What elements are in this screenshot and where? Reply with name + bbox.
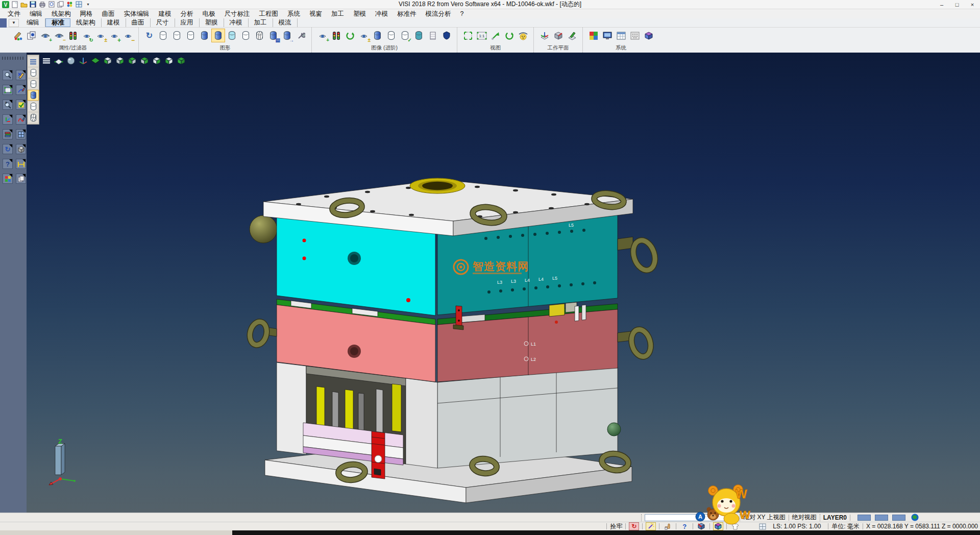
- view-shaded-icon[interactable]: [517, 29, 529, 42]
- window-grid-icon[interactable]: [16, 129, 26, 139]
- view-shaded-sphere-icon[interactable]: [65, 55, 77, 66]
- layer-hatched-icon[interactable]: [253, 29, 266, 42]
- menu-item-dimension[interactable]: 尺寸标注: [220, 9, 255, 18]
- layer-outline-icon-3[interactable]: [184, 29, 197, 42]
- view-left-icon[interactable]: [163, 55, 175, 66]
- menu-item-die[interactable]: 冲模: [371, 9, 393, 18]
- pane-grip[interactable]: [2, 57, 24, 60]
- tab-moldflow[interactable]: 模流: [273, 18, 298, 27]
- view-iso-ne-icon[interactable]: [176, 55, 187, 66]
- view-iso-sw-icon[interactable]: [139, 55, 150, 66]
- search-input[interactable]: [645, 514, 726, 521]
- tab-wireframe[interactable]: 线架构: [70, 18, 102, 27]
- menu-item-electrode[interactable]: 电极: [198, 9, 220, 18]
- graphics-viewport[interactable]: L1 L2 L5 L3 L3 L4: [27, 53, 980, 513]
- open-file-icon[interactable]: [19, 1, 28, 8]
- tab-standard[interactable]: 标准: [45, 18, 70, 27]
- menu-item-modeling[interactable]: 建模: [154, 9, 176, 18]
- units-indicator[interactable]: 单位: 毫米: [831, 522, 860, 531]
- tab-dropdown-button[interactable]: ▼: [9, 19, 19, 27]
- tab-machining[interactable]: 加工: [249, 18, 273, 27]
- view-back-icon[interactable]: [151, 55, 162, 66]
- solid-teal-icon[interactable]: [412, 29, 425, 42]
- globe-icon[interactable]: [910, 514, 920, 522]
- menu-item-system[interactable]: 系统: [283, 9, 305, 18]
- solid-validate-icon[interactable]: ✓: [399, 29, 411, 42]
- zoom-window-icon[interactable]: [461, 29, 474, 42]
- modify-attributes-icon[interactable]: [11, 29, 24, 42]
- cylinder-1-icon[interactable]: [28, 68, 38, 78]
- clip-planes-icon[interactable]: [426, 29, 439, 42]
- regenerate-icon[interactable]: ↻: [143, 29, 156, 42]
- print-icon[interactable]: [38, 1, 46, 8]
- hide-subtract-icon[interactable]: −: [53, 29, 65, 42]
- shirt-icon[interactable]: [730, 522, 740, 530]
- show-add-icon[interactable]: +: [39, 29, 52, 42]
- system-table-icon[interactable]: [615, 29, 627, 42]
- close-button[interactable]: ×: [965, 0, 980, 9]
- refresh-visibility-icon[interactable]: ↻: [80, 29, 93, 42]
- view-front-icon[interactable]: [102, 55, 113, 66]
- pointer-hand-icon[interactable]: [663, 522, 673, 530]
- hide-all-icon[interactable]: −: [121, 29, 134, 42]
- menu-item-moldflow[interactable]: 模流分析: [421, 9, 456, 18]
- grid-window-icon[interactable]: [757, 522, 768, 530]
- view-refresh-icon[interactable]: [503, 29, 516, 42]
- workplane-axes-icon[interactable]: [538, 29, 551, 42]
- magic-wand-icon[interactable]: [646, 522, 656, 530]
- tab-die[interactable]: 冲模: [224, 18, 249, 27]
- layer-cyan-icon[interactable]: [226, 29, 238, 42]
- solid-outline-icon[interactable]: [385, 29, 398, 42]
- select-frame-icon[interactable]: [3, 85, 13, 95]
- snap-lock-label[interactable]: 拴牢: [610, 522, 622, 531]
- copy-sheet-icon[interactable]: [16, 174, 26, 184]
- shield-render-icon[interactable]: [440, 29, 453, 42]
- tab-edit[interactable]: 编辑: [21, 18, 45, 27]
- tab-application[interactable]: 应用: [175, 18, 200, 27]
- system-cube-icon[interactable]: [642, 29, 655, 42]
- workplane-cube-icon[interactable]: [552, 29, 565, 42]
- system-monitor-icon[interactable]: [601, 29, 614, 42]
- confirm-check-icon[interactable]: [16, 100, 26, 110]
- tab-modeling[interactable]: 建模: [102, 18, 126, 27]
- menu-item-wireframe[interactable]: 线架构: [47, 9, 76, 18]
- menu-item-window[interactable]: 视窗: [305, 9, 327, 18]
- save-file-icon[interactable]: [29, 1, 37, 8]
- system-raster-icon[interactable]: [628, 29, 641, 42]
- menu-item-solid-edit[interactable]: 实体编辑: [119, 9, 154, 18]
- help-icon[interactable]: ?: [3, 159, 13, 169]
- menu-item-machining[interactable]: 加工: [327, 9, 349, 18]
- toggle-adv-icon[interactable]: ±: [357, 29, 370, 42]
- show-add-adv-icon[interactable]: +: [316, 29, 329, 42]
- show-hide-toggle-icon[interactable]: ±: [94, 29, 107, 42]
- spline-icon[interactable]: [16, 114, 26, 125]
- tab-molding[interactable]: 塑膜: [200, 18, 224, 27]
- tab-surface[interactable]: 曲面: [126, 18, 151, 27]
- color-settings-icon[interactable]: [587, 29, 600, 42]
- zoom-extents-icon[interactable]: ±: [3, 100, 13, 110]
- refresh-red-icon[interactable]: ↻: [629, 522, 639, 530]
- new-document-icon[interactable]: [10, 1, 19, 8]
- menu-item-file[interactable]: 文件: [3, 9, 25, 18]
- workplane-edit-icon[interactable]: [566, 29, 578, 42]
- strip-menu-icon[interactable]: [28, 57, 38, 66]
- view-right-icon[interactable]: [114, 55, 126, 66]
- layer-blue-icon[interactable]: [198, 29, 211, 42]
- zoom-search-icon[interactable]: [3, 70, 13, 80]
- export-block-icon[interactable]: [696, 522, 706, 530]
- ucs-axes-icon[interactable]: [3, 114, 13, 125]
- zoom-1-1-icon[interactable]: 1:1: [475, 29, 488, 42]
- layer-tools-icon[interactable]: [295, 29, 307, 42]
- view-mode-indicator[interactable]: 绝对 XY 上视图: [743, 513, 785, 522]
- entity-lights-adv-icon[interactable]: [330, 29, 342, 42]
- menu-item-edit[interactable]: 编辑: [25, 9, 47, 18]
- erase-icon[interactable]: [16, 70, 26, 80]
- view-menu-icon[interactable]: [41, 55, 52, 66]
- help-question-icon[interactable]: ?: [679, 522, 690, 530]
- cube-tool-icon[interactable]: [713, 522, 723, 530]
- solid-cube-icon[interactable]: [16, 144, 26, 154]
- view-top-icon[interactable]: [90, 55, 101, 66]
- view-axes-icon[interactable]: [78, 55, 89, 66]
- show-all-icon[interactable]: +: [108, 29, 120, 42]
- cylinder-2-icon[interactable]: [28, 79, 38, 89]
